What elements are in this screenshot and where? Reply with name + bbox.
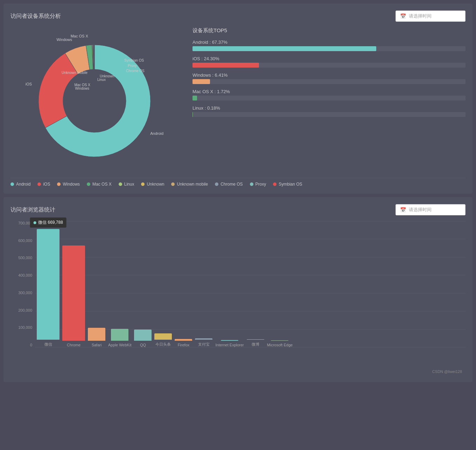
y-label-2: 500,000: [18, 256, 32, 260]
device-legend: AndroidiOSWindowsMac OS XLinuxUnknownUnk…: [10, 178, 465, 187]
device-section-title: 访问者设备系统分析: [10, 13, 61, 20]
y-label-3: 400,000: [18, 273, 32, 277]
svg-text:Linux: Linux: [97, 78, 106, 82]
bar-rect-5: [154, 333, 172, 340]
y-label-4: 300,000: [18, 291, 32, 295]
device-date-picker[interactable]: 📅 请选择时间: [396, 11, 465, 22]
top5-bar-3: [192, 96, 197, 101]
top5-item-label-4: Linux : 0.18%: [192, 105, 465, 111]
bar-label-5: 今日头条: [155, 342, 171, 347]
legend-label-0: Android: [16, 182, 30, 187]
bar-rect-8: [221, 340, 238, 341]
browser-section: 访问者浏览器统计 📅 请选择时间 700,000600,000500,00040…: [4, 197, 472, 382]
svg-text:Windows: Windows: [75, 86, 89, 90]
legend-item-2: Windows: [57, 182, 80, 187]
bar-label-4: QQ: [140, 343, 146, 347]
tooltip-dot: [33, 221, 36, 224]
tooltip-text: 微信 669,788: [38, 220, 63, 226]
top5-item-label-0: Android : 67.37%: [192, 40, 465, 45]
top5-items: Android : 67.37%iOS : 24.30%Windows : 6.…: [192, 40, 465, 117]
legend-item-7: Chrome OS: [215, 182, 243, 187]
device-top-section: AndroidiOSWindowsMac OS XSymbian OSProxy…: [10, 27, 465, 174]
legend-label-7: Chrome OS: [220, 182, 243, 187]
legend-item-8: Proxy: [250, 182, 266, 187]
bar-label-9: 微博: [252, 342, 259, 347]
svg-text:Unknown mobile: Unknown mobile: [62, 71, 88, 75]
legend-label-8: Proxy: [255, 182, 266, 187]
bar-item-1: Chrome: [62, 245, 85, 347]
top5-item-2: Windows : 6.41%: [192, 72, 465, 84]
bar-rect-9: [247, 339, 264, 340]
bar-rect-7: [195, 338, 212, 340]
legend-dot-2: [57, 182, 61, 186]
svg-text:Windows: Windows: [56, 37, 72, 42]
top5-item-0: Android : 67.37%: [192, 40, 465, 51]
legend-dot-9: [273, 182, 276, 186]
bar-item-10: Microsoft Edge: [267, 340, 293, 347]
legend-item-0: Android: [10, 182, 30, 187]
bar-label-0: 微信: [44, 342, 52, 347]
top5-bar-bg-2: [192, 79, 465, 84]
svg-text:iOS: iOS: [26, 82, 32, 86]
top5-bar-2: [192, 79, 210, 84]
bar-item-8: Internet Explorer: [215, 340, 244, 347]
bar-label-8: Internet Explorer: [215, 343, 244, 347]
top5-item-4: Linux : 0.18%: [192, 105, 465, 117]
legend-item-6: Unknown mobile: [171, 182, 208, 187]
top5-bar-bg-3: [192, 96, 465, 101]
top5-bar-bg-0: [192, 46, 465, 51]
browser-section-header: 访问者浏览器统计 📅 请选择时间: [10, 204, 465, 215]
bar-rect-2: [88, 328, 105, 341]
bar-rect-4: [134, 330, 152, 341]
top5-bar-bg-4: [192, 112, 465, 117]
legend-dot-7: [215, 182, 218, 186]
bar-label-1: Chrome: [67, 343, 80, 347]
browser-section-title: 访问者浏览器统计: [10, 206, 55, 214]
legend-label-2: Windows: [63, 182, 80, 187]
legend-dot-1: [37, 182, 41, 186]
bar-item-5: 今日头条: [154, 333, 172, 347]
legend-item-3: Mac OS X: [87, 182, 112, 187]
bar-item-4: QQ: [134, 330, 152, 347]
legend-label-5: Unknown: [147, 182, 164, 187]
legend-label-6: Unknown mobile: [177, 182, 208, 187]
top5-title: 设备系统TOP5: [192, 27, 465, 34]
bar-label-10: Microsoft Edge: [267, 343, 293, 347]
top5-item-label-3: Mac OS X : 1.72%: [192, 89, 465, 94]
bar-label-2: Safari: [92, 343, 102, 347]
y-axis: 700,000600,000500,000400,000300,000200,0…: [10, 221, 35, 347]
top5-panel: 设备系统TOP5 Android : 67.37%iOS : 24.30%Win…: [192, 27, 465, 174]
bar-rect-1: [62, 245, 85, 341]
top5-item-1: iOS : 24.30%: [192, 56, 465, 68]
y-label-1: 600,000: [18, 238, 32, 243]
svg-text:Mac OS X: Mac OS X: [71, 34, 89, 38]
legend-dot-0: [10, 182, 14, 186]
bar-label-3: Apple WebKit: [108, 343, 131, 347]
legend-label-1: iOS: [43, 182, 50, 187]
device-section: 访问者设备系统分析 📅 请选择时间 AndroidiOSWindowsMac O…: [4, 4, 472, 194]
legend-item-4: Linux: [119, 182, 134, 187]
bar-item-9: 微博: [247, 339, 264, 347]
legend-dot-3: [87, 182, 90, 186]
legend-label-3: Mac OS X: [92, 182, 112, 187]
top5-bar-1: [192, 63, 259, 68]
bars-row: 微信 669,788微信ChromeSafariApple WebKitQQ今日…: [35, 221, 465, 347]
legend-item-5: Unknown: [141, 182, 164, 187]
top5-bar-bg-1: [192, 63, 465, 68]
y-label-7: 0: [30, 343, 32, 347]
legend-label-9: Symbian OS: [279, 182, 302, 187]
bar-rect-6: [175, 339, 192, 341]
svg-text:Android: Android: [150, 131, 163, 136]
donut-chart-container: AndroidiOSWindowsMac OS XSymbian OSProxy…: [10, 27, 186, 174]
footer: CSDN @liwei128: [10, 368, 465, 375]
bar-chart-container: 700,000600,000500,000400,000300,000200,0…: [10, 221, 465, 368]
bar-rect-3: [111, 329, 128, 341]
top5-item-label-1: iOS : 24.30%: [192, 56, 465, 61]
legend-dot-8: [250, 182, 253, 186]
svg-text:Symbian OS: Symbian OS: [124, 58, 144, 62]
grid-line-7: [35, 347, 465, 347]
bar-item-7: 支付宝: [195, 338, 212, 347]
legend-item-1: iOS: [37, 182, 50, 187]
browser-date-picker[interactable]: 📅 请选择时间: [396, 204, 465, 215]
svg-text:Proxy: Proxy: [128, 64, 137, 68]
